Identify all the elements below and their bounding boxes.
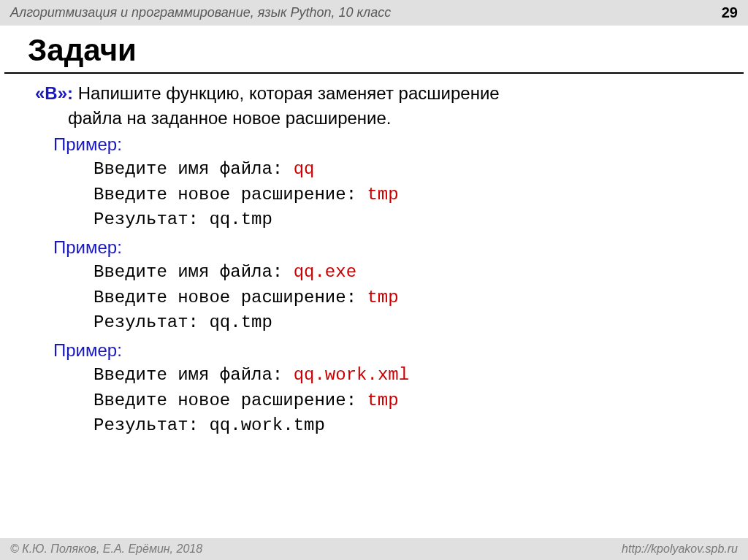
example-prompt-ext: Введите новое расширение: tmp — [35, 388, 726, 414]
example-result: Результат: qq.tmp — [35, 310, 726, 336]
example-result: Результат: qq.work.tmp — [35, 413, 726, 439]
example-prompt-ext: Введите новое расширение: tmp — [35, 285, 726, 311]
task-line1: «B»: Напишите функцию, которая заменяет … — [35, 81, 726, 106]
example-label: Пример: — [35, 235, 726, 260]
slide-header: Алгоритмизация и программирование, язык … — [0, 0, 748, 26]
example-prompt-filename: Введите имя файла: qq — [35, 157, 726, 183]
task-label: «B»: — [35, 83, 73, 103]
example-prompt-filename: Введите имя файла: qq.work.xml — [35, 363, 726, 388]
example-result: Результат: qq.tmp — [35, 207, 726, 233]
copyright-text: © К.Ю. Поляков, Е.А. Ерёмин, 2018 — [10, 542, 202, 556]
example-prompt-filename: Введите имя файла: qq.exe — [35, 260, 726, 285]
subject-text: Алгоритмизация и программирование, язык … — [10, 5, 391, 20]
task-desc-1: Напишите функцию, которая заменяет расши… — [73, 83, 500, 103]
slide-footer: © К.Ю. Поляков, Е.А. Ерёмин, 2018 http:/… — [0, 538, 748, 560]
example-prompt-ext: Введите новое расширение: tmp — [35, 183, 726, 208]
example-label: Пример: — [35, 132, 726, 157]
slide-title: Задачи — [4, 26, 744, 74]
footer-url: http://kpolyakov.spb.ru — [622, 542, 738, 556]
slide-content: «B»: Напишите функцию, которая заменяет … — [0, 81, 748, 439]
example-label: Пример: — [35, 338, 726, 363]
page-number: 29 — [722, 4, 738, 21]
task-desc-2: файла на заданное новое расширение. — [35, 106, 726, 131]
